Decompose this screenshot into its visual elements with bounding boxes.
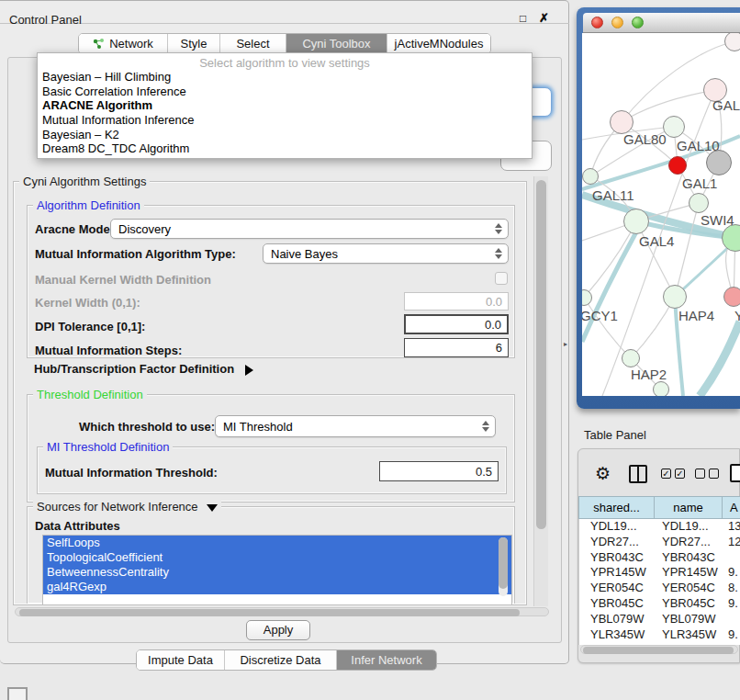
column-header-shared-name[interactable]: shared... (578, 496, 654, 519)
mi-threshold-field[interactable]: 0.5 (379, 461, 499, 481)
table-row[interactable]: YBL079WYBL079W (579, 612, 740, 627)
table-cell[interactable] (723, 612, 740, 627)
threshold-definition-group: Threshold Definition Which threshold to … (27, 394, 515, 502)
table-cell[interactable]: 9. (723, 565, 740, 581)
settings-hscroll-thumb[interactable] (19, 609, 520, 616)
mi-algorithm-type-combo[interactable]: Naive Bayes (263, 243, 509, 264)
close-panel-icon[interactable]: ✗ (537, 12, 551, 26)
window-minimize-icon[interactable] (611, 17, 623, 28)
network-node-hap4[interactable] (663, 285, 687, 309)
tab-discretize-data[interactable]: Discretize Data (225, 650, 337, 670)
data-attribute-item[interactable]: gal4RGexp (43, 580, 511, 594)
algorithm-option[interactable]: ARACNE Algorithm (38, 98, 532, 113)
mi-steps-field[interactable]: 6 (404, 338, 509, 357)
network-node-gal10[interactable] (663, 116, 685, 138)
select-all-checks-icon[interactable]: ✓✓ (661, 469, 685, 479)
kernel-width-field[interactable]: 0.0 (404, 292, 509, 310)
network-node[interactable] (706, 150, 732, 175)
table-hscroll-thumb[interactable] (583, 647, 734, 654)
network-window-titlebar[interactable] (583, 13, 740, 33)
table-row[interactable]: YPR145WYPR145W9. (579, 565, 740, 581)
network-node[interactable] (653, 381, 669, 396)
table-row[interactable]: YDR27...YDR27...12 (579, 535, 740, 550)
network-node-gal1[interactable] (689, 193, 709, 213)
settings-vscroll-thumb[interactable] (536, 180, 546, 529)
settings-vertical-scrollbar[interactable] (533, 176, 548, 606)
table-cell[interactable]: YDR27... (579, 535, 655, 550)
table-cell[interactable]: YBR043C (579, 550, 655, 566)
algorithm-option[interactable]: Dream8 DC_TDC Algorithm (38, 141, 532, 156)
network-node-hap2[interactable] (622, 349, 640, 367)
table-cell[interactable]: YPR145W (579, 565, 655, 581)
table-cell[interactable]: 13 (723, 519, 740, 535)
which-threshold-combo[interactable]: MI Threshold (215, 415, 496, 437)
minimized-panel-icon[interactable] (7, 687, 28, 700)
attributes-scrollbar[interactable] (499, 537, 508, 596)
tab-jactivemnodules[interactable]: jActiveMNodules (387, 34, 490, 53)
network-node[interactable] (668, 156, 687, 175)
table-cell[interactable]: 9. (723, 627, 740, 643)
table-horizontal-scrollbar[interactable] (580, 645, 738, 654)
algorithm-option[interactable]: Bayesian – K2 (38, 128, 532, 142)
table-cell[interactable]: 9. (723, 596, 740, 612)
manual-kernel-width-checkbox[interactable] (495, 272, 508, 285)
network-node-y[interactable] (723, 287, 740, 307)
data-attributes-list[interactable]: SelfLoopsTopologicalCoefficientBetweenne… (42, 535, 512, 604)
table-cell[interactable]: 8. (723, 581, 740, 596)
table-cell[interactable]: YDL19... (655, 519, 723, 535)
table-cell[interactable]: YPR145W (655, 565, 723, 581)
table-row[interactable]: YDL19...YDL19...13 (579, 519, 740, 535)
apply-button[interactable]: Apply (246, 620, 310, 640)
aracne-mode-combo[interactable]: Discovery (110, 219, 509, 239)
network-node-gal4[interactable] (623, 209, 649, 234)
network-node[interactable] (724, 33, 740, 51)
table-cell[interactable]: YDL19... (579, 519, 655, 535)
unselect-all-checks-icon[interactable] (695, 469, 719, 479)
network-canvas[interactable]: GALGAL80GAL10GAL1GAL11GAL4SWI4GCY1HAP4YH… (582, 33, 740, 396)
table-cell[interactable]: YBL079W (655, 612, 723, 627)
algorithm-option[interactable]: Basic Correlation Inference (38, 85, 532, 99)
tab-style[interactable]: Style (168, 34, 220, 53)
table-cell[interactable]: YDR27... (655, 535, 723, 550)
table-cell[interactable]: YER054C (655, 581, 723, 596)
tab-impute-data[interactable]: Impute Data (137, 650, 225, 670)
tab-select[interactable]: Select (220, 34, 286, 53)
columns-icon[interactable] (629, 465, 647, 483)
data-attribute-item[interactable]: TopologicalCoefficient (43, 550, 511, 565)
table-row[interactable]: YLR345WYLR345W9. (579, 627, 740, 643)
table-cell[interactable]: YBR045C (579, 596, 655, 612)
table-row[interactable]: YER054CYER054C8. (579, 581, 740, 596)
data-attribute-item[interactable]: SelfLoops (43, 536, 511, 550)
tab-cyni-toolbox[interactable]: Cyni Toolbox (286, 34, 387, 53)
table-cell[interactable]: YER054C (579, 581, 655, 596)
table-panel-title: Table Panel (584, 428, 646, 442)
page-icon[interactable] (730, 464, 740, 482)
column-header-partial[interactable]: A (722, 496, 740, 519)
algorithm-option[interactable]: Bayesian – Hill Climbing (38, 70, 532, 85)
table-row[interactable]: YBR045CYBR045C9. (579, 596, 740, 612)
window-zoom-icon[interactable] (632, 17, 644, 28)
kernel-width-label: Kernel Width (0,1): (35, 296, 140, 310)
panel-divider-handle[interactable]: ▸ (564, 341, 569, 348)
dpi-tolerance-field[interactable]: 0.0 (404, 314, 509, 334)
table-cell[interactable]: YBL079W (579, 612, 655, 627)
tab-network[interactable]: Network (79, 34, 168, 53)
column-header-name[interactable]: name (654, 496, 722, 519)
tab-infer-network[interactable]: Infer Network (337, 650, 436, 670)
settings-horizontal-scrollbar[interactable] (15, 607, 549, 616)
table-cell[interactable]: YLR345W (655, 627, 723, 643)
table-cell[interactable]: 12 (723, 535, 740, 550)
gear-icon[interactable]: ⚙ (595, 465, 611, 483)
table-cell[interactable] (723, 550, 740, 566)
hub-definition-toggle[interactable]: Hub/Transcription Factor Definition (34, 362, 253, 376)
table-cell[interactable]: YBR045C (655, 596, 723, 612)
window-close-icon[interactable] (591, 17, 603, 28)
network-node-gal11[interactable] (582, 168, 599, 185)
table-cell[interactable]: YLR345W (579, 627, 655, 643)
expand-right-icon (245, 365, 253, 376)
algorithm-option[interactable]: Mutual Information Inference (38, 113, 532, 128)
data-attribute-item[interactable]: BetweennessCentrality (43, 565, 511, 580)
float-panel-icon[interactable]: □ (516, 12, 530, 26)
table-row[interactable]: YBR043CYBR043C (579, 550, 740, 566)
table-cell[interactable]: YBR043C (655, 550, 723, 566)
